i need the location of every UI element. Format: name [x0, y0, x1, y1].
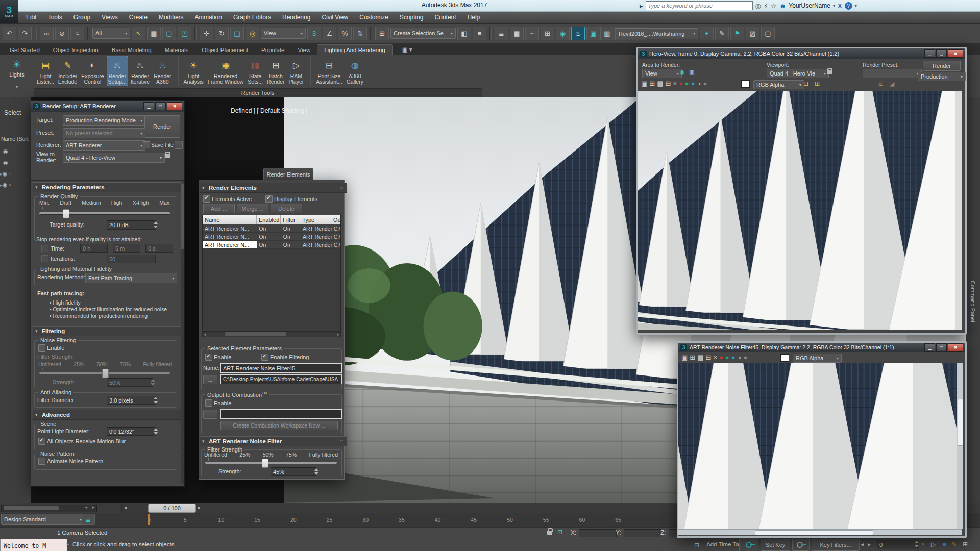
- menu-modifiers[interactable]: Modifiers: [153, 12, 189, 23]
- image-vscrollbar[interactable]: [957, 363, 963, 529]
- frame-tick-50[interactable]: 50: [507, 517, 513, 523]
- channel-display-icon[interactable]: ▤: [697, 354, 703, 361]
- monochrome-channel-icon[interactable]: ◑: [697, 80, 701, 87]
- save-image-icon[interactable]: ▣: [681, 354, 688, 361]
- save-file-checkbox[interactable]: [143, 141, 150, 148]
- subregion-icon[interactable]: ▣: [689, 69, 694, 76]
- spinner-down-icon[interactable]: [154, 432, 158, 435]
- motion-blur-checkbox[interactable]: [38, 438, 45, 445]
- panel-expand-icon[interactable]: ▾: [16, 85, 18, 89]
- time-field-2[interactable]: 0 s: [145, 244, 173, 253]
- spinner-up-icon[interactable]: [915, 541, 919, 543]
- viewport-select-dropdown[interactable]: Quad 4 - Hero-Vie▾: [767, 69, 829, 78]
- frame-tick-65[interactable]: 65: [615, 517, 621, 523]
- ribbon-tool-include-exclude[interactable]: ✎Include/ Exclude: [57, 56, 78, 86]
- clone-window-icon[interactable]: ⊞: [690, 354, 695, 361]
- hero-view-titlebar[interactable]: 3 Hero-View, frame 0, Display Gamma: 2.2…: [638, 48, 965, 59]
- render-setup-titlebar[interactable]: 3 Render Setup: ART Renderer ▁ ▢ ✖: [31, 101, 184, 112]
- search-input[interactable]: [646, 1, 753, 10]
- spinner-down-icon[interactable]: [154, 226, 158, 228]
- pan-scrollbar[interactable]: ◂ ▸: [1, 505, 97, 512]
- current-frame-field[interactable]: 0: [877, 540, 918, 549]
- bind-spacewarp-icon[interactable]: ≈: [70, 27, 84, 40]
- pan-scrollbar-thumb[interactable]: [4, 506, 59, 510]
- monochrome-channel-icon[interactable]: ◑: [738, 354, 742, 361]
- set-key-mode-button[interactable]: Set Key: [761, 539, 790, 551]
- frame-tick-0[interactable]: 0: [148, 517, 151, 523]
- ribbon-tool-a360-gallery[interactable]: ◍A360 Gallery: [346, 56, 364, 86]
- menu-views[interactable]: Views: [96, 12, 124, 23]
- auto-key-icon-button[interactable]: ▾: [792, 539, 810, 551]
- noise-strength-slider-thumb[interactable]: [262, 459, 268, 468]
- save-image-icon[interactable]: ▣: [641, 80, 647, 87]
- preset-dropdown[interactable]: No preset selected▾: [63, 128, 145, 138]
- element-name-field[interactable]: ART Renderer Noise Filter45: [220, 363, 342, 373]
- green-channel-icon[interactable]: ●: [725, 354, 729, 361]
- dropdown-named-selection-dropdown[interactable]: Create Selection Se▾: [390, 28, 456, 39]
- dropdown-selection-filter-dropdown[interactable]: All▾: [92, 28, 130, 39]
- frame-tick-60[interactable]: 60: [579, 517, 585, 523]
- percent-snap-icon[interactable]: %: [338, 27, 352, 40]
- clone-rendered-frame-icon[interactable]: ⊡: [803, 80, 808, 87]
- display-elements-checkbox[interactable]: [265, 195, 273, 203]
- time-tag-icon[interactable]: ⊡: [694, 542, 699, 549]
- column-header-filter[interactable]: Filter: [281, 215, 300, 224]
- channel-dropdown[interactable]: RGB Alpha▾: [753, 80, 804, 89]
- dialog-scrollbar[interactable]: [181, 182, 184, 484]
- people-icon[interactable]: ☻: [941, 541, 948, 548]
- menu-customize[interactable]: Customize: [354, 12, 394, 23]
- minimize-button[interactable]: ▁: [924, 49, 935, 58]
- combustion-path-field[interactable]: [220, 409, 342, 419]
- workspace-box-icon[interactable]: ▨: [746, 27, 760, 40]
- selection-lock-icon[interactable]: [547, 531, 552, 535]
- table-hscrollbar-thumb[interactable]: [225, 332, 286, 336]
- time-field-1[interactable]: 5 m: [113, 244, 140, 253]
- view-to-render-dropdown[interactable]: Quad 4 - Hero-View▾: [63, 153, 165, 163]
- isolate-selection-icon[interactable]: ≣: [82, 514, 95, 525]
- window-crossing-icon[interactable]: ◳: [178, 27, 191, 40]
- blue-channel-icon[interactable]: ●: [731, 354, 736, 361]
- menu-help[interactable]: Help: [462, 12, 486, 23]
- environment-icon[interactable]: ◪: [889, 80, 895, 87]
- ribbon-tab-populate[interactable]: Populate: [255, 45, 291, 55]
- ribbon-tool-render-a360[interactable]: ♨Render A360: [153, 56, 172, 86]
- ribbon-tool-light-analysis[interactable]: ☀Light Analysis: [183, 56, 205, 86]
- eye-icon[interactable]: ◉: [3, 148, 8, 154]
- enable-filtering-checkbox[interactable]: [261, 354, 268, 361]
- selection-region-icon[interactable]: ▢: [162, 27, 176, 40]
- collapse-arrow-icon[interactable]: ▸: [640, 2, 643, 10]
- eye-icon[interactable]: ◉: [3, 182, 8, 188]
- select-move-icon[interactable]: ✛: [200, 27, 213, 40]
- render-setup-icon[interactable]: ♨: [571, 27, 585, 40]
- ribbon-tab-object-placement[interactable]: Object Placement: [195, 45, 255, 55]
- dialog-scrollbar-thumb[interactable]: [181, 183, 184, 249]
- column-header-enabled[interactable]: Enabled: [257, 215, 281, 224]
- command-panel-strip[interactable]: Command Panel: [966, 97, 980, 503]
- menu-group[interactable]: Group: [68, 12, 96, 23]
- strength-slider-thumb[interactable]: [102, 369, 109, 378]
- noise-strength-slider[interactable]: [205, 462, 337, 464]
- ribbon-tab-get-started[interactable]: Get Started: [3, 45, 46, 55]
- column-header-name[interactable]: Name: [203, 215, 257, 224]
- clear-image-icon[interactable]: ×: [713, 354, 717, 361]
- maximize-viewport-toggle-icon[interactable]: ⊞: [963, 541, 968, 548]
- column-header-ou[interactable]: Ou: [331, 215, 340, 224]
- rendering-method-dropdown[interactable]: Fast Path Tracing▾: [85, 273, 177, 283]
- chevron-down-icon[interactable]: ▾: [833, 4, 835, 8]
- strength-slider[interactable]: [39, 372, 170, 374]
- unlink-icon[interactable]: ⊘: [55, 27, 69, 40]
- ribbon-tool-ram-player[interactable]: ▷RAM Player: [288, 56, 305, 86]
- frame-tick-10[interactable]: 10: [218, 517, 225, 523]
- snaps-toggle-icon[interactable]: 3: [307, 27, 321, 40]
- dropdown-reference-coordinate-dropdown[interactable]: View▾: [261, 28, 306, 39]
- frame-tick-20[interactable]: 20: [290, 517, 297, 523]
- menu-rendering[interactable]: Rendering: [277, 12, 316, 23]
- ribbon-tab-materials[interactable]: Materials: [158, 45, 195, 55]
- maximize-button[interactable]: ▢: [155, 102, 166, 110]
- menu-edit[interactable]: Edit: [20, 12, 42, 23]
- time-slider-handle[interactable]: 0 / 100: [148, 504, 196, 513]
- clone-window-icon[interactable]: ⊞: [649, 80, 655, 87]
- frame-tick-30[interactable]: 30: [362, 517, 369, 523]
- spinner-up-icon[interactable]: [151, 379, 155, 382]
- noise-filter-titlebar[interactable]: 3 ART Renderer Noise Filter45, Display G…: [678, 343, 965, 352]
